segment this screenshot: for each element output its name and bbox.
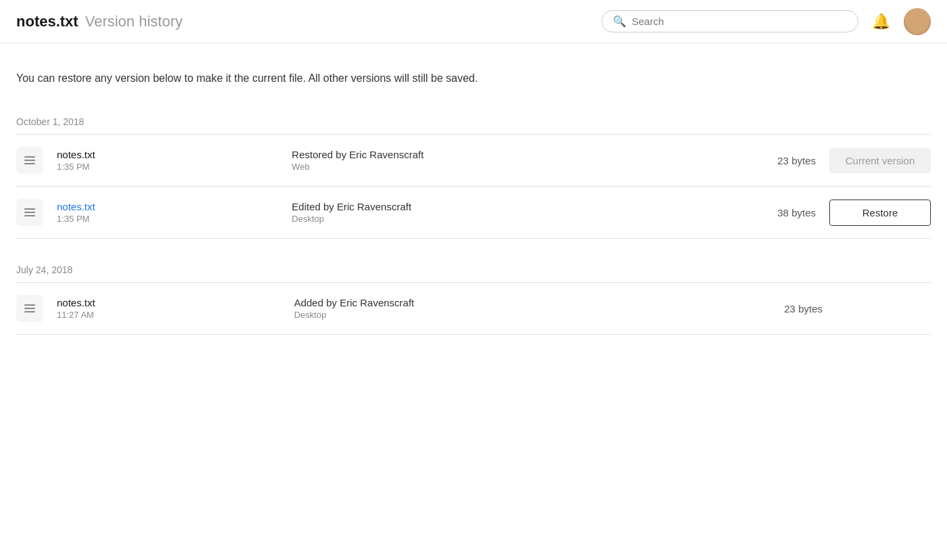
file-size: 38 bytes (748, 207, 816, 218)
header-title: notes.txt Version history (16, 13, 601, 30)
file-icon (16, 199, 43, 226)
description-text: You can restore any version below to mak… (16, 70, 931, 87)
version-filename: notes.txt (57, 149, 278, 160)
action-button-wrap: Restore (829, 200, 931, 226)
version-filename[interactable]: notes.txt (57, 201, 278, 212)
action-label: Edited by Eric Ravenscraft (292, 201, 735, 212)
action-button-wrap: Current version (829, 148, 931, 173)
version-filename: notes.txt (57, 297, 281, 308)
file-lines-icon (24, 208, 35, 216)
action-info: Edited by Eric RavenscraftDesktop (292, 201, 735, 224)
action-label: Added by Eric Ravenscraft (294, 297, 741, 308)
file-icon (16, 147, 43, 174)
version-time: 1:35 PM (57, 214, 278, 224)
file-size: 23 bytes (755, 303, 823, 314)
file-info: notes.txt11:27 AM (57, 297, 281, 320)
version-row: notes.txt1:35 PMRestored by Eric Ravensc… (16, 135, 931, 187)
file-info: notes.txt1:35 PM (57, 201, 278, 224)
version-time: 1:35 PM (57, 162, 278, 172)
avatar[interactable] (904, 8, 931, 35)
search-box[interactable]: 🔍 (601, 10, 858, 32)
version-time: 11:27 AM (57, 310, 281, 320)
date-label: July 24, 2018 (16, 259, 931, 275)
date-group: October 1, 2018 notes.txt1:35 PMRestored… (16, 111, 931, 239)
date-group: July 24, 2018 notes.txt11:27 AMAdded by … (16, 259, 931, 335)
version-groups: October 1, 2018 notes.txt1:35 PMRestored… (16, 111, 931, 335)
version-row: notes.txt11:27 AMAdded by Eric Ravenscra… (16, 283, 931, 335)
action-platform: Desktop (292, 214, 735, 224)
search-input[interactable] (632, 16, 847, 27)
current-version-button: Current version (829, 148, 931, 173)
avatar-image (904, 8, 931, 35)
action-platform: Desktop (294, 310, 741, 320)
filename-label: notes.txt (16, 13, 78, 30)
restore-button[interactable]: Restore (829, 200, 931, 226)
file-lines-icon (24, 156, 35, 164)
action-info: Restored by Eric RavenscraftWeb (292, 149, 735, 172)
file-size: 23 bytes (748, 155, 816, 166)
file-icon (16, 295, 43, 322)
file-info: notes.txt1:35 PM (57, 149, 278, 172)
version-row: notes.txt1:35 PMEdited by Eric Ravenscra… (16, 187, 931, 239)
action-info: Added by Eric RavenscraftDesktop (294, 297, 741, 320)
header-right: 🔍 🔔 (601, 8, 931, 35)
page-header: notes.txt Version history 🔍 🔔 (0, 0, 947, 43)
main-content: You can restore any version below to mak… (0, 43, 947, 365)
notification-bell-icon[interactable]: 🔔 (872, 13, 890, 30)
page-title-label: Version history (85, 13, 183, 30)
search-icon: 🔍 (613, 15, 626, 28)
file-lines-icon (24, 304, 35, 312)
action-platform: Web (292, 162, 735, 172)
date-label: October 1, 2018 (16, 111, 931, 127)
action-label: Restored by Eric Ravenscraft (292, 149, 735, 160)
